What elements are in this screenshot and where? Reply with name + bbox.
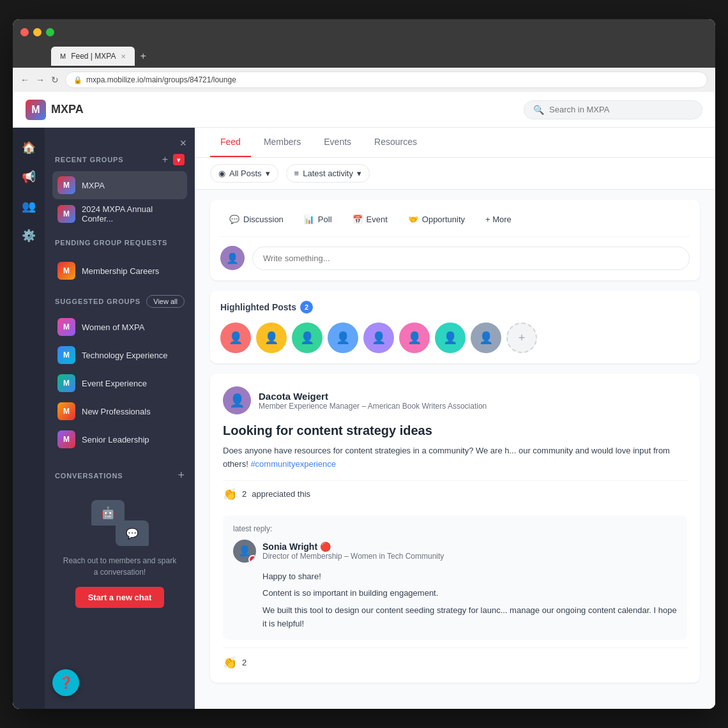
post-author-info: Dacota Weigert Member Experience Manager… (259, 391, 487, 411)
bottom-reaction-icon: 👏 (223, 656, 237, 670)
bottom-reactions[interactable]: 👏 2 (223, 648, 687, 670)
suggested-label-event: Event Experience (82, 379, 147, 388)
reply-author-info: Sonia Wright 🔴 Director of Membership – … (262, 542, 444, 561)
hp-avatar-6[interactable]: 👤 (399, 322, 430, 353)
hp-avatar-8[interactable]: 👤 (471, 322, 501, 353)
hp-avatar-7[interactable]: 👤 (435, 322, 466, 353)
tab-members[interactable]: Members (254, 128, 311, 157)
highlighted-avatars-row: 👤 👤 👤 👤 👤 👤 👤 👤 + (220, 322, 690, 353)
pending-group-name: Membership Careers (82, 266, 159, 276)
composer-discussion-btn[interactable]: 💬 Discussion (220, 210, 292, 229)
new-tab-button[interactable]: + (140, 50, 146, 62)
highlighted-posts-title: Highlighted Posts 2 (220, 301, 690, 314)
all-posts-filter[interactable]: ◉ All Posts ▾ (210, 164, 278, 183)
home-nav-icon[interactable]: 🏠 (17, 135, 41, 160)
post-reply-section: latest reply: 👤 Sonia Wright 🔴 (223, 515, 687, 640)
logo-mark: M (26, 100, 46, 120)
pending-group-item[interactable]: M Membership Careers (52, 257, 187, 285)
suggested-avatar-women: M (57, 318, 75, 336)
composer-user-avatar: 👤 (220, 246, 245, 270)
post-composer: 💬 Discussion 📊 Poll 📅 Event (210, 200, 700, 280)
composer-opportunity-btn[interactable]: 🤝 Opportunity (399, 210, 474, 229)
group-item-mxpa[interactable]: M MXPA (52, 171, 187, 199)
conversations-label: CONVERSATIONS (55, 472, 123, 480)
post-author-row: 👤 Dacota Weigert Member Experience Manag… (223, 386, 687, 414)
chevron-down-filter-icon: ▾ (266, 169, 270, 178)
post-card: 👤 Dacota Weigert Member Experience Manag… (210, 374, 700, 683)
add-group-button[interactable]: + (160, 153, 171, 166)
app-content: M MXPA 🔍 🏠 📢 👥 ⚙️ ✕ (13, 92, 715, 709)
reply-author-title: Director of Membership – Women in Tech C… (262, 552, 444, 561)
composer-event-btn[interactable]: 📅 Event (344, 210, 397, 229)
help-fab-button[interactable]: ❓ (52, 669, 79, 696)
feed-controls: ◉ All Posts ▾ ≡ Latest activity ▾ (195, 158, 715, 190)
group-item-conference[interactable]: M 2024 MXPA Annual Confer... (52, 199, 187, 229)
header-search[interactable]: 🔍 (524, 100, 702, 119)
hp-avatar-2[interactable]: 👤 (256, 322, 287, 353)
reply-author-name[interactable]: Sonia Wright 🔴 (262, 542, 444, 552)
close-button[interactable] (20, 28, 29, 36)
lock-icon: 🔒 (73, 76, 82, 84)
group-name-mxpa: MXPA (82, 181, 105, 190)
composer-poll-btn[interactable]: 📊 Poll (295, 210, 341, 229)
search-icon: 🔍 (533, 105, 544, 115)
traffic-lights (20, 28, 54, 36)
add-conversation-button[interactable]: + (178, 469, 185, 482)
latest-activity-filter[interactable]: ≡ Latest activity ▾ (286, 164, 370, 183)
suggested-group-newprof[interactable]: M New Professionals (52, 397, 187, 425)
feed-scroll[interactable]: 💬 Discussion 📊 Poll 📅 Event (195, 190, 715, 709)
conversations-section: CONVERSATIONS + 🤖 💬 Reach out to members… (52, 466, 187, 621)
suggested-avatar-senior: M (57, 430, 75, 448)
hp-avatar-4[interactable]: 👤 (328, 322, 358, 353)
tab-resources[interactable]: Resources (364, 128, 427, 157)
hp-avatar-3[interactable]: 👤 (292, 322, 322, 353)
post-hashtag[interactable]: #communityexperience (250, 459, 336, 469)
chevron-down-icon[interactable]: ▾ (173, 154, 185, 165)
hp-avatar-1[interactable]: 👤 (220, 322, 251, 353)
suggested-group-senior[interactable]: M Senior Leadership (52, 425, 187, 453)
forward-button[interactable]: → (36, 75, 45, 85)
maximize-button[interactable] (46, 28, 54, 36)
post-reactions[interactable]: 👏 2 appreciated this (223, 480, 687, 508)
suggested-group-tech[interactable]: M Technology Experience (52, 341, 187, 369)
people-nav-icon[interactable]: 👥 (17, 194, 41, 218)
start-chat-button[interactable]: Start a new chat (75, 587, 165, 608)
back-button[interactable]: ← (20, 75, 29, 85)
view-all-button[interactable]: View all (146, 295, 185, 308)
composer-more-btn[interactable]: + More (476, 210, 520, 229)
composer-input-row: 👤 (220, 246, 690, 270)
suggested-group-event[interactable]: M Event Experience (52, 369, 187, 397)
tab-bar: M Feed | MXPA ✕ + (13, 45, 715, 68)
tab-events[interactable]: Events (314, 128, 361, 157)
megaphone-nav-icon[interactable]: 📢 (17, 165, 41, 189)
tab-feed[interactable]: Feed (210, 128, 251, 157)
chat-placeholder-text: Reach out to members and spark a convers… (60, 555, 179, 578)
post-author-name[interactable]: Dacota Weigert (259, 391, 487, 402)
settings-nav-icon[interactable]: ⚙️ (17, 224, 41, 248)
sidebar-close-icon[interactable]: ✕ (179, 138, 187, 148)
hp-avatar-more[interactable]: + (506, 322, 537, 353)
tab-close-icon[interactable]: ✕ (121, 53, 126, 60)
search-input[interactable] (549, 105, 693, 114)
url-box[interactable]: 🔒 mxpa.mobilize.io/main/groups/84721/lou… (65, 72, 708, 88)
post-title: Looking for content strategy ideas (223, 423, 687, 438)
suggested-avatar-tech: M (57, 346, 75, 364)
main-tabs: Feed Members Events Resources (195, 128, 715, 158)
reply-line-3: We built this tool to design our content… (262, 604, 677, 631)
suggested-label-women: Women of MXPA (82, 322, 145, 332)
reply-author-avatar[interactable]: 👤 (233, 540, 256, 563)
more-label: + More (485, 215, 512, 224)
post-author-avatar[interactable]: 👤 (223, 386, 251, 414)
reload-button[interactable]: ↻ (51, 75, 59, 85)
active-tab[interactable]: M Feed | MXPA ✕ (51, 47, 135, 66)
highlighted-posts-section: Highlighted Posts 2 👤 👤 👤 👤 👤 👤 👤 👤 (210, 291, 700, 363)
minimize-button[interactable] (33, 28, 42, 36)
reply-text: Happy to share! Content is so important … (233, 570, 677, 631)
discussion-label: Discussion (243, 215, 284, 224)
reply-badge-icon (248, 555, 256, 563)
hp-avatar-5[interactable]: 👤 (363, 322, 394, 353)
write-something-input[interactable] (252, 246, 690, 270)
suggested-group-women[interactable]: M Women of MXPA (52, 313, 187, 341)
address-bar: ← → ↻ 🔒 mxpa.mobilize.io/main/groups/847… (13, 68, 715, 92)
post-body: Does anyone have resources for content s… (223, 444, 687, 471)
